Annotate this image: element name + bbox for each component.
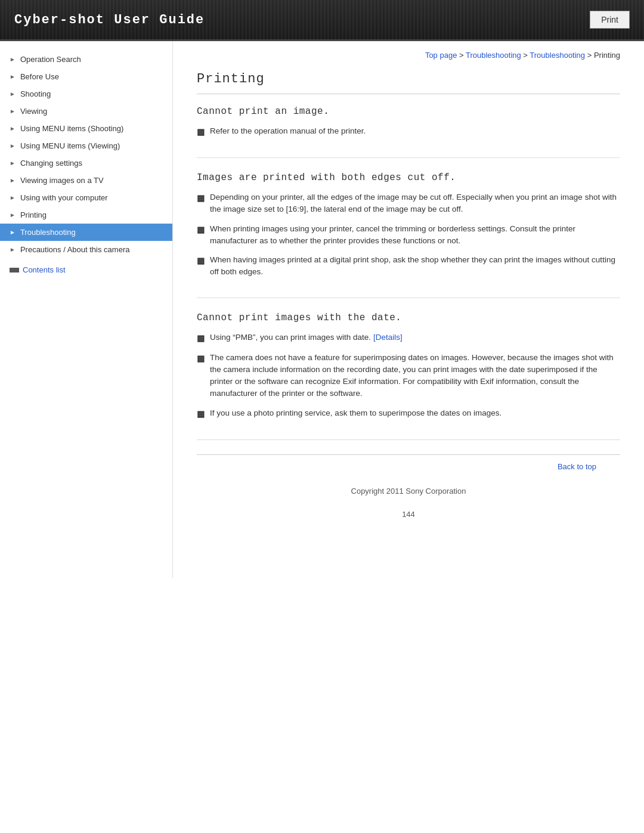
sidebar-item-precautions[interactable]: ► Precautions / About this camera bbox=[0, 241, 172, 258]
breadcrumb: Top page > Troubleshooting > Troubleshoo… bbox=[197, 51, 620, 60]
sidebar-item-operation-search[interactable]: ► Operation Search bbox=[0, 51, 172, 68]
sidebar-bullet: ► bbox=[10, 160, 16, 166]
bullet-item: ▩ If you use a photo printing service, a… bbox=[197, 407, 620, 420]
breadcrumb-troubleshooting2[interactable]: Troubleshooting bbox=[530, 51, 585, 60]
breadcrumb-troubleshooting1[interactable]: Troubleshooting bbox=[466, 51, 521, 60]
sidebar-item-label: Using MENU items (Shooting) bbox=[20, 124, 123, 133]
bullet-text: When having images printed at a digital … bbox=[210, 254, 620, 278]
print-button[interactable]: Print bbox=[590, 11, 630, 29]
page-title: Printing bbox=[197, 72, 620, 94]
sidebar-item-before-use[interactable]: ► Before Use bbox=[0, 68, 172, 85]
bullet-item: ▩ The camera does not have a feature for… bbox=[197, 352, 620, 400]
bullet-text: When printing images using your printer,… bbox=[210, 223, 620, 247]
back-to-top-link[interactable]: Back to top bbox=[558, 462, 596, 471]
breadcrumb-sep1: > bbox=[459, 51, 466, 60]
sidebar-item-label: Using MENU items (Viewing) bbox=[20, 141, 120, 150]
page-number: 144 bbox=[197, 504, 620, 525]
breadcrumb-sep3: > bbox=[587, 51, 594, 60]
sidebar-item-label: Shooting bbox=[20, 89, 51, 98]
sidebar-item-viewing[interactable]: ► Viewing bbox=[0, 103, 172, 120]
sidebar-bullet: ► bbox=[10, 177, 16, 184]
bullet-text: Using “PMB”, you can print images with d… bbox=[210, 332, 620, 343]
section-cannot-print-image: Cannot print an image. ▩ Refer to the op… bbox=[197, 106, 620, 158]
section-cannot-print-date: Cannot print images with the date. ▩ Usi… bbox=[197, 312, 620, 440]
sidebar-bullet: ► bbox=[10, 212, 16, 218]
sidebar-item-label: Precautions / About this camera bbox=[20, 245, 130, 254]
sidebar-item-label: Printing bbox=[20, 210, 47, 219]
bullet-text: The camera does not have a feature for s… bbox=[210, 352, 620, 400]
sidebar-item-label: Troubleshooting bbox=[20, 228, 76, 237]
arrow-icon bbox=[10, 268, 19, 272]
sidebar-bullet: ► bbox=[10, 229, 16, 236]
sidebar: ► Operation Search ► Before Use ► Shooti… bbox=[0, 41, 173, 578]
section-title-date: Cannot print images with the date. bbox=[197, 312, 620, 323]
sidebar-item-troubleshooting[interactable]: ► Troubleshooting bbox=[0, 224, 172, 241]
main-content: Top page > Troubleshooting > Troubleshoo… bbox=[173, 41, 644, 578]
section-title-edges: Images are printed with both edges cut o… bbox=[197, 172, 620, 183]
sidebar-bullet: ► bbox=[10, 246, 16, 253]
section-edges-cut-off: Images are printed with both edges cut o… bbox=[197, 172, 620, 298]
sidebar-item-viewing-tv[interactable]: ► Viewing images on a TV bbox=[0, 172, 172, 189]
sidebar-bullet: ► bbox=[10, 91, 16, 97]
bullet-icon: ▩ bbox=[197, 352, 208, 365]
bullet-icon: ▩ bbox=[197, 408, 208, 420]
app-title: Cyber-shot User Guide bbox=[14, 13, 205, 27]
sidebar-item-label: Using with your computer bbox=[20, 193, 108, 202]
sidebar-bullet: ► bbox=[10, 125, 16, 132]
bullet-item: ▩ Using “PMB”, you can print images with… bbox=[197, 332, 620, 345]
bullet-item: ▩ Refer to the operation manual of the p… bbox=[197, 125, 620, 138]
sidebar-bullet: ► bbox=[10, 108, 16, 114]
sidebar-item-label: Before Use bbox=[20, 72, 59, 81]
bullet-item: ▩ Depending on your printer, all the edg… bbox=[197, 191, 620, 216]
bullet-text: Depending on your printer, all the edges… bbox=[210, 191, 620, 216]
page-body: ► Operation Search ► Before Use ► Shooti… bbox=[0, 41, 644, 578]
page-header: Cyber-shot User Guide Print bbox=[0, 0, 644, 41]
contents-list-label: Contents list bbox=[23, 265, 66, 274]
sidebar-bullet: ► bbox=[10, 143, 16, 149]
page-number-value: 144 bbox=[402, 510, 415, 519]
sidebar-item-label: Viewing images on a TV bbox=[20, 176, 104, 185]
sidebar-item-label: Viewing bbox=[20, 107, 47, 116]
sidebar-item-menu-viewing[interactable]: ► Using MENU items (Viewing) bbox=[0, 137, 172, 154]
sidebar-item-shooting[interactable]: ► Shooting bbox=[0, 85, 172, 103]
copyright-text: Copyright 2011 Sony Corporation bbox=[351, 487, 466, 496]
sidebar-item-menu-shooting[interactable]: ► Using MENU items (Shooting) bbox=[0, 120, 172, 137]
sidebar-bullet: ► bbox=[10, 73, 16, 80]
breadcrumb-current: Printing bbox=[594, 51, 620, 60]
footer-bar: Back to top bbox=[197, 454, 620, 478]
bullet-icon: ▩ bbox=[197, 192, 208, 205]
sidebar-item-printing[interactable]: ► Printing bbox=[0, 206, 172, 224]
sidebar-bullet: ► bbox=[10, 56, 16, 63]
breadcrumb-top[interactable]: Top page bbox=[425, 51, 457, 60]
bullet-icon: ▩ bbox=[197, 126, 208, 138]
section-title-cannot-print: Cannot print an image. bbox=[197, 106, 620, 117]
sidebar-item-changing-settings[interactable]: ► Changing settings bbox=[0, 154, 172, 172]
bullet-text: If you use a photo printing service, ask… bbox=[210, 407, 620, 419]
copyright-bar: Copyright 2011 Sony Corporation bbox=[197, 478, 620, 504]
bullet-icon: ▩ bbox=[197, 255, 208, 267]
sidebar-item-label: Operation Search bbox=[20, 55, 81, 64]
sidebar-bullet: ► bbox=[10, 194, 16, 201]
bullet-icon: ▩ bbox=[197, 224, 208, 236]
contents-list-link[interactable]: Contents list bbox=[0, 261, 172, 279]
bullet-icon: ▩ bbox=[197, 332, 208, 345]
bullet-item: ▩ When printing images using your printe… bbox=[197, 223, 620, 247]
sidebar-item-computer[interactable]: ► Using with your computer bbox=[0, 189, 172, 206]
bullet-text: Refer to the operation manual of the pri… bbox=[210, 125, 620, 137]
details-link[interactable]: [Details] bbox=[373, 333, 402, 342]
sidebar-item-label: Changing settings bbox=[20, 159, 82, 168]
breadcrumb-sep2: > bbox=[523, 51, 530, 60]
bullet-item: ▩ When having images printed at a digita… bbox=[197, 254, 620, 278]
